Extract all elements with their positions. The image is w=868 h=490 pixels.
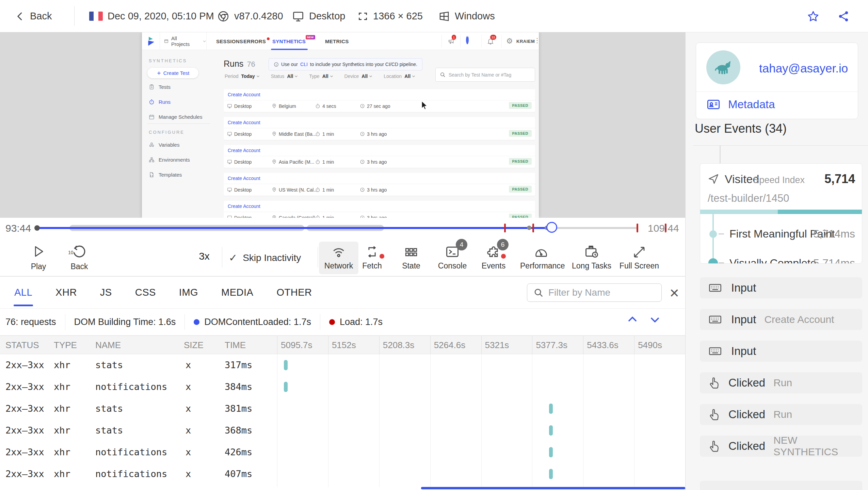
notifications-bell-icon[interactable]: 33	[487, 37, 494, 45]
network-request-row[interactable]: 2xx–3xx xhr notifications x 426ms	[0, 441, 685, 463]
announcements-icon[interactable]: 1	[448, 37, 455, 45]
tab-metrics[interactable]: METRICS	[325, 32, 349, 50]
filter-by-name-input[interactable]	[548, 287, 650, 298]
col-size[interactable]: SIZE	[184, 340, 204, 350]
run-name-link[interactable]: Create Account	[224, 173, 535, 184]
filter-dropdown[interactable]: Type All	[309, 74, 333, 79]
filter-dropdown[interactable]: Location All	[384, 74, 416, 79]
user-event-card[interactable]: Input	[700, 341, 862, 362]
net-tab-js[interactable]: JS	[100, 287, 112, 298]
network-request-row[interactable]: 2xx–3xx xhr notifications x 407ms	[0, 463, 685, 485]
sidebar-item-environments[interactable]: Environments	[149, 157, 190, 163]
filter-by-name-box[interactable]	[527, 283, 662, 302]
run-card[interactable]: Create Account Desktop US West (N. Cal..…	[224, 173, 535, 196]
net-tab-xhr[interactable]: XHR	[55, 287, 77, 298]
run-name-link[interactable]: Create Account	[224, 117, 535, 128]
tab-sessions[interactable]: SESSIONS	[216, 32, 243, 50]
waterfall-time-label: 5264.6s	[430, 336, 481, 354]
skip-inactivity-toggle[interactable]: ✓ Skip Inactivity	[229, 252, 301, 264]
user-event-card[interactable]: Input	[700, 277, 862, 298]
user-event-card[interactable]: Input Create Account	[700, 309, 862, 330]
share-button[interactable]	[837, 0, 850, 32]
visited-event-card[interactable]: Visited Speed Index 5,714 /test-builder/…	[700, 163, 862, 264]
row-name: notifications	[95, 469, 167, 479]
kebab-menu-icon[interactable]: ⋮	[534, 37, 539, 44]
full-screen-button[interactable]: Full Screen	[618, 242, 660, 274]
location-pin-icon	[272, 159, 277, 164]
net-tab-img[interactable]: IMG	[179, 287, 198, 298]
test-search-input[interactable]	[449, 72, 530, 78]
playhead-knob[interactable]	[546, 222, 557, 233]
sidebar-item-runs[interactable]: Runs	[149, 99, 171, 105]
sidebar-item-tests[interactable]: Tests	[149, 84, 171, 90]
network-request-row[interactable]: 2xx–3xx xhr stats x 317ms	[0, 354, 685, 376]
run-name-link[interactable]: Create Account	[224, 201, 535, 212]
event-marker[interactable]	[527, 226, 531, 230]
close-panel-icon[interactable]: ✕	[669, 286, 679, 300]
error-marker[interactable]	[637, 224, 638, 232]
run-name-link[interactable]: Create Account	[224, 145, 535, 156]
net-tab-other[interactable]: OTHER	[276, 287, 312, 298]
run-location: Belgium	[272, 100, 296, 112]
performance-panel-button[interactable]: Performance	[520, 242, 562, 274]
fetch-icon	[352, 242, 392, 259]
play-button[interactable]: Play	[21, 244, 55, 271]
network-request-row[interactable]: 2xx–3xx xhr notifications x 384ms	[0, 376, 685, 398]
user-event-card[interactable]: Clicked Run	[700, 372, 862, 393]
keyboard-icon	[707, 281, 723, 295]
col-status[interactable]: STATUS	[5, 340, 39, 350]
state-panel-button[interactable]: State	[391, 242, 431, 274]
favorite-star-button[interactable]	[807, 0, 820, 32]
waterfall-scrollbar[interactable]	[421, 487, 685, 489]
back-button[interactable]: Back	[15, 0, 52, 32]
browser-info: v87.0.4280	[217, 0, 283, 32]
net-tab-media[interactable]: MEDIA	[221, 287, 253, 298]
run-name-link[interactable]: Create Account	[224, 89, 535, 100]
run-card[interactable]: Create Account Desktop Asia Pacific (M..…	[224, 145, 535, 168]
back-10-button[interactable]: 10 Back	[62, 244, 96, 271]
test-search-box[interactable]	[435, 68, 535, 82]
col-time[interactable]: TIME	[225, 340, 246, 350]
net-tab-all[interactable]: ALL	[14, 287, 32, 298]
user-email-link[interactable]: tahay@asayer.io	[759, 62, 848, 75]
sidebar-item-variables[interactable]: Variables	[149, 142, 179, 148]
row-name: notifications	[95, 447, 167, 457]
fetch-panel-button[interactable]: Fetch	[352, 242, 392, 274]
col-type[interactable]: TYPE	[54, 340, 77, 350]
sidebar-item-manage-schedules[interactable]: Manage Schedules	[149, 114, 202, 120]
error-marker[interactable]	[504, 224, 506, 232]
tab-errors[interactable]: ERRORS	[243, 32, 270, 50]
run-card[interactable]: Create Account Desktop Middle East (Ba..…	[224, 117, 535, 140]
speed-toggle[interactable]: 3x	[191, 250, 218, 262]
col-name[interactable]: NAME	[95, 340, 121, 350]
next-event-card-partial[interactable]	[700, 481, 862, 490]
user-event-card[interactable]: Clicked NEW SYNTHETICS	[700, 436, 862, 457]
timeline-track[interactable]	[37, 218, 638, 238]
cli-link[interactable]: CLI	[300, 62, 308, 67]
filter-dropdown[interactable]: Period Today	[225, 74, 260, 79]
error-marker[interactable]	[532, 224, 534, 232]
network-request-row[interactable]: 2xx–3xx xhr stats x 368ms	[0, 420, 685, 441]
fmp-dot	[709, 230, 717, 238]
events-panel-button[interactable]: 6 Events	[474, 242, 513, 274]
net-tab-css[interactable]: CSS	[135, 287, 156, 298]
network-request-row[interactable]: 2xx–3xx xhr stats x 381ms	[0, 398, 685, 420]
console-panel-button[interactable]: 4 Console	[433, 242, 472, 274]
user-event-card[interactable]: Clicked Run	[700, 404, 862, 425]
jump-next-icon[interactable]	[648, 313, 661, 326]
run-card[interactable]: Create Account Desktop Canada (Central)	[224, 201, 535, 218]
tab-synthetics[interactable]: SYNTHETICSNEW	[272, 32, 306, 50]
project-selector[interactable]: All Projects	[160, 32, 207, 50]
network-table-header: STATUS TYPE NAME SIZE TIME 5095.7s5152s5…	[0, 336, 685, 354]
user-menu[interactable]: KRAIEM	[516, 32, 535, 50]
filter-dropdown[interactable]: Status All	[271, 74, 299, 79]
settings-gear-icon[interactable]: ⚙	[506, 37, 514, 45]
long-tasks-panel-button[interactable]: Long Tasks	[570, 242, 613, 274]
create-test-button[interactable]: Create Test	[147, 68, 198, 78]
sidebar-item-templates[interactable]: Templates	[149, 172, 182, 178]
jump-previous-icon[interactable]	[626, 313, 639, 326]
run-card[interactable]: Create Account Desktop Belgium	[224, 89, 535, 112]
filter-dropdown[interactable]: Device All	[344, 74, 373, 79]
metadata-button[interactable]: Metadata	[706, 97, 775, 112]
replayed-browser-view: All Projects SESSIONS ERRORS SYNTHETICSN…	[142, 32, 539, 218]
